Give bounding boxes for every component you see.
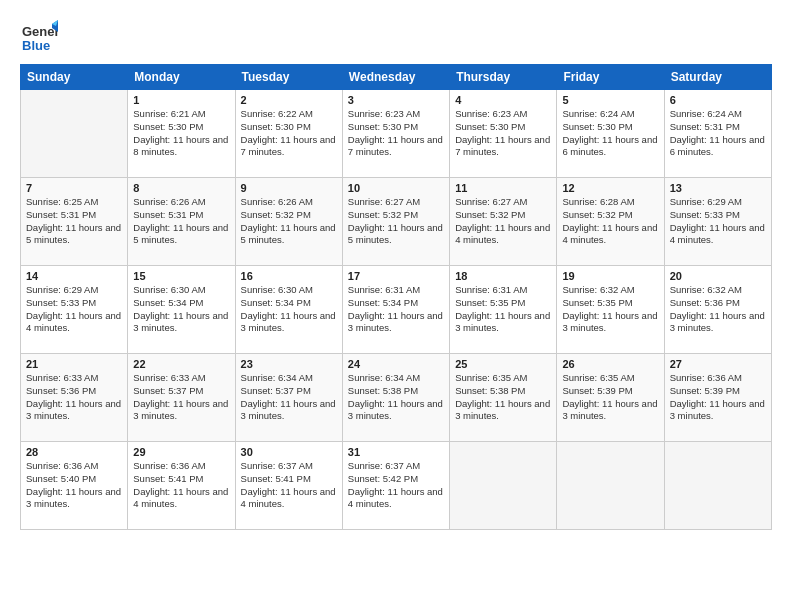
calendar-body: 1Sunrise: 6:21 AMSunset: 5:30 PMDaylight… [21, 90, 772, 530]
calendar-cell: 22Sunrise: 6:33 AMSunset: 5:37 PMDayligh… [128, 354, 235, 442]
calendar-cell: 20Sunrise: 6:32 AMSunset: 5:36 PMDayligh… [664, 266, 771, 354]
day-info: Sunrise: 6:31 AMSunset: 5:34 PMDaylight:… [348, 284, 444, 335]
day-info: Sunrise: 6:25 AMSunset: 5:31 PMDaylight:… [26, 196, 122, 247]
day-info: Sunrise: 6:24 AMSunset: 5:30 PMDaylight:… [562, 108, 658, 159]
day-info: Sunrise: 6:26 AMSunset: 5:32 PMDaylight:… [241, 196, 337, 247]
day-info: Sunrise: 6:26 AMSunset: 5:31 PMDaylight:… [133, 196, 229, 247]
calendar-cell: 8Sunrise: 6:26 AMSunset: 5:31 PMDaylight… [128, 178, 235, 266]
calendar-cell: 27Sunrise: 6:36 AMSunset: 5:39 PMDayligh… [664, 354, 771, 442]
col-header-thursday: Thursday [450, 65, 557, 90]
svg-text:Blue: Blue [22, 38, 50, 53]
calendar-cell: 29Sunrise: 6:36 AMSunset: 5:41 PMDayligh… [128, 442, 235, 530]
calendar-cell: 23Sunrise: 6:34 AMSunset: 5:37 PMDayligh… [235, 354, 342, 442]
day-number: 21 [26, 358, 122, 370]
calendar-cell: 14Sunrise: 6:29 AMSunset: 5:33 PMDayligh… [21, 266, 128, 354]
calendar-week-row: 14Sunrise: 6:29 AMSunset: 5:33 PMDayligh… [21, 266, 772, 354]
day-info: Sunrise: 6:23 AMSunset: 5:30 PMDaylight:… [455, 108, 551, 159]
day-number: 25 [455, 358, 551, 370]
day-info: Sunrise: 6:36 AMSunset: 5:39 PMDaylight:… [670, 372, 766, 423]
day-info: Sunrise: 6:31 AMSunset: 5:35 PMDaylight:… [455, 284, 551, 335]
calendar-cell: 9Sunrise: 6:26 AMSunset: 5:32 PMDaylight… [235, 178, 342, 266]
col-header-friday: Friday [557, 65, 664, 90]
calendar-cell: 4Sunrise: 6:23 AMSunset: 5:30 PMDaylight… [450, 90, 557, 178]
day-number: 6 [670, 94, 766, 106]
day-number: 12 [562, 182, 658, 194]
day-info: Sunrise: 6:29 AMSunset: 5:33 PMDaylight:… [670, 196, 766, 247]
calendar-cell: 1Sunrise: 6:21 AMSunset: 5:30 PMDaylight… [128, 90, 235, 178]
calendar-cell: 3Sunrise: 6:23 AMSunset: 5:30 PMDaylight… [342, 90, 449, 178]
calendar-cell: 12Sunrise: 6:28 AMSunset: 5:32 PMDayligh… [557, 178, 664, 266]
day-number: 5 [562, 94, 658, 106]
day-info: Sunrise: 6:21 AMSunset: 5:30 PMDaylight:… [133, 108, 229, 159]
day-number: 7 [26, 182, 122, 194]
calendar-cell: 21Sunrise: 6:33 AMSunset: 5:36 PMDayligh… [21, 354, 128, 442]
day-number: 11 [455, 182, 551, 194]
col-header-sunday: Sunday [21, 65, 128, 90]
calendar-cell [557, 442, 664, 530]
day-number: 8 [133, 182, 229, 194]
day-number: 2 [241, 94, 337, 106]
calendar-cell [21, 90, 128, 178]
day-info: Sunrise: 6:32 AMSunset: 5:35 PMDaylight:… [562, 284, 658, 335]
day-info: Sunrise: 6:23 AMSunset: 5:30 PMDaylight:… [348, 108, 444, 159]
calendar-cell: 7Sunrise: 6:25 AMSunset: 5:31 PMDaylight… [21, 178, 128, 266]
day-info: Sunrise: 6:35 AMSunset: 5:38 PMDaylight:… [455, 372, 551, 423]
calendar-week-row: 1Sunrise: 6:21 AMSunset: 5:30 PMDaylight… [21, 90, 772, 178]
calendar-cell: 5Sunrise: 6:24 AMSunset: 5:30 PMDaylight… [557, 90, 664, 178]
col-header-saturday: Saturday [664, 65, 771, 90]
day-info: Sunrise: 6:29 AMSunset: 5:33 PMDaylight:… [26, 284, 122, 335]
day-info: Sunrise: 6:30 AMSunset: 5:34 PMDaylight:… [133, 284, 229, 335]
day-info: Sunrise: 6:27 AMSunset: 5:32 PMDaylight:… [348, 196, 444, 247]
calendar-cell: 26Sunrise: 6:35 AMSunset: 5:39 PMDayligh… [557, 354, 664, 442]
calendar-cell: 15Sunrise: 6:30 AMSunset: 5:34 PMDayligh… [128, 266, 235, 354]
day-info: Sunrise: 6:32 AMSunset: 5:36 PMDaylight:… [670, 284, 766, 335]
day-number: 1 [133, 94, 229, 106]
calendar-table: SundayMondayTuesdayWednesdayThursdayFrid… [20, 64, 772, 530]
page: General Blue SundayMondayTuesdayWednesda… [0, 0, 792, 612]
calendar-cell: 17Sunrise: 6:31 AMSunset: 5:34 PMDayligh… [342, 266, 449, 354]
day-number: 24 [348, 358, 444, 370]
day-number: 13 [670, 182, 766, 194]
day-number: 19 [562, 270, 658, 282]
calendar-cell [664, 442, 771, 530]
day-number: 16 [241, 270, 337, 282]
calendar-cell: 13Sunrise: 6:29 AMSunset: 5:33 PMDayligh… [664, 178, 771, 266]
calendar-cell [450, 442, 557, 530]
day-info: Sunrise: 6:28 AMSunset: 5:32 PMDaylight:… [562, 196, 658, 247]
day-info: Sunrise: 6:35 AMSunset: 5:39 PMDaylight:… [562, 372, 658, 423]
day-number: 28 [26, 446, 122, 458]
day-info: Sunrise: 6:36 AMSunset: 5:41 PMDaylight:… [133, 460, 229, 511]
calendar-cell: 31Sunrise: 6:37 AMSunset: 5:42 PMDayligh… [342, 442, 449, 530]
day-info: Sunrise: 6:24 AMSunset: 5:31 PMDaylight:… [670, 108, 766, 159]
day-info: Sunrise: 6:37 AMSunset: 5:42 PMDaylight:… [348, 460, 444, 511]
day-number: 18 [455, 270, 551, 282]
col-header-tuesday: Tuesday [235, 65, 342, 90]
day-number: 27 [670, 358, 766, 370]
calendar-header-row: SundayMondayTuesdayWednesdayThursdayFrid… [21, 65, 772, 90]
calendar-cell: 11Sunrise: 6:27 AMSunset: 5:32 PMDayligh… [450, 178, 557, 266]
day-number: 17 [348, 270, 444, 282]
logo-icon: General Blue [20, 18, 58, 56]
day-number: 22 [133, 358, 229, 370]
day-number: 23 [241, 358, 337, 370]
day-info: Sunrise: 6:37 AMSunset: 5:41 PMDaylight:… [241, 460, 337, 511]
day-number: 31 [348, 446, 444, 458]
calendar-cell: 6Sunrise: 6:24 AMSunset: 5:31 PMDaylight… [664, 90, 771, 178]
day-info: Sunrise: 6:27 AMSunset: 5:32 PMDaylight:… [455, 196, 551, 247]
day-info: Sunrise: 6:36 AMSunset: 5:40 PMDaylight:… [26, 460, 122, 511]
header: General Blue [20, 18, 772, 56]
calendar-cell: 30Sunrise: 6:37 AMSunset: 5:41 PMDayligh… [235, 442, 342, 530]
calendar-week-row: 28Sunrise: 6:36 AMSunset: 5:40 PMDayligh… [21, 442, 772, 530]
day-number: 3 [348, 94, 444, 106]
col-header-monday: Monday [128, 65, 235, 90]
calendar-cell: 18Sunrise: 6:31 AMSunset: 5:35 PMDayligh… [450, 266, 557, 354]
calendar-cell: 19Sunrise: 6:32 AMSunset: 5:35 PMDayligh… [557, 266, 664, 354]
calendar-cell: 25Sunrise: 6:35 AMSunset: 5:38 PMDayligh… [450, 354, 557, 442]
day-info: Sunrise: 6:33 AMSunset: 5:36 PMDaylight:… [26, 372, 122, 423]
calendar-cell: 28Sunrise: 6:36 AMSunset: 5:40 PMDayligh… [21, 442, 128, 530]
col-header-wednesday: Wednesday [342, 65, 449, 90]
calendar-week-row: 7Sunrise: 6:25 AMSunset: 5:31 PMDaylight… [21, 178, 772, 266]
calendar-week-row: 21Sunrise: 6:33 AMSunset: 5:36 PMDayligh… [21, 354, 772, 442]
calendar-cell: 2Sunrise: 6:22 AMSunset: 5:30 PMDaylight… [235, 90, 342, 178]
calendar-cell: 24Sunrise: 6:34 AMSunset: 5:38 PMDayligh… [342, 354, 449, 442]
